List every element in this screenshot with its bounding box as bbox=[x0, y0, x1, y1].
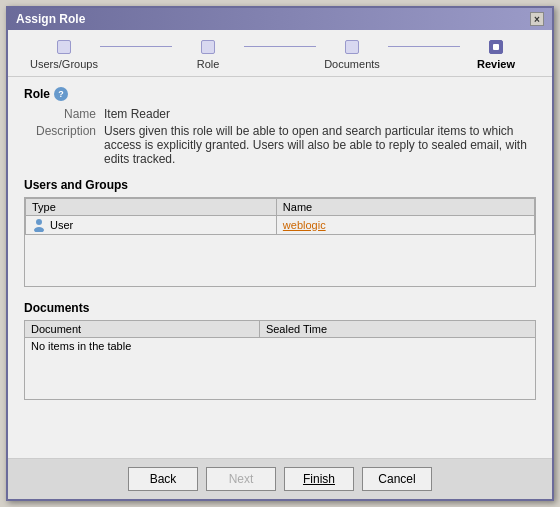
wizard-steps: Users/Groups Role Documents Review bbox=[8, 30, 552, 77]
role-name-value: Item Reader bbox=[104, 107, 536, 121]
step-role: Role bbox=[172, 40, 244, 70]
step-circle-review bbox=[489, 40, 503, 54]
ug-type-cell: User bbox=[26, 216, 277, 235]
svg-point-1 bbox=[34, 227, 44, 232]
footer: Back Next Finish Cancel bbox=[8, 458, 552, 499]
step-label-role: Role bbox=[197, 58, 220, 70]
dialog-title: Assign Role bbox=[16, 12, 85, 26]
step-line-1 bbox=[100, 46, 172, 47]
close-button[interactable]: × bbox=[530, 12, 544, 26]
table-row: User weblogic bbox=[26, 216, 535, 235]
cancel-button[interactable]: Cancel bbox=[362, 467, 432, 491]
doc-col-document: Document bbox=[25, 321, 259, 338]
users-groups-title: Users and Groups bbox=[24, 178, 536, 192]
title-bar: Assign Role × bbox=[8, 8, 552, 30]
doc-col-sealed-time: Sealed Time bbox=[259, 321, 535, 338]
ug-col-type: Type bbox=[26, 199, 277, 216]
step-circle-users-groups bbox=[57, 40, 71, 54]
role-description-row: Description Users given this role will b… bbox=[24, 124, 536, 166]
step-circle-role bbox=[201, 40, 215, 54]
main-content: Role ? Name Item Reader Description User… bbox=[8, 77, 552, 458]
user-link[interactable]: weblogic bbox=[283, 219, 326, 231]
documents-title: Documents bbox=[24, 301, 536, 315]
step-users-groups: Users/Groups bbox=[28, 40, 100, 70]
back-button[interactable]: Back bbox=[128, 467, 198, 491]
role-detail: Name Item Reader Description Users given… bbox=[24, 107, 536, 166]
help-icon[interactable]: ? bbox=[54, 87, 68, 101]
role-name-row: Name Item Reader bbox=[24, 107, 536, 121]
ug-name-cell: weblogic bbox=[276, 216, 534, 235]
finish-button[interactable]: Finish bbox=[284, 467, 354, 491]
role-name-label: Name bbox=[24, 107, 104, 121]
no-items-cell: No items in the table bbox=[25, 338, 535, 355]
no-items-row: No items in the table bbox=[25, 338, 535, 355]
step-label-review: Review bbox=[477, 58, 515, 70]
assign-role-dialog: Assign Role × Users/Groups Role Document… bbox=[6, 6, 554, 501]
step-label-documents: Documents bbox=[324, 58, 380, 70]
users-groups-table: Type Name User bbox=[25, 198, 535, 235]
role-description-value: Users given this role will be able to op… bbox=[104, 124, 536, 166]
documents-table: Document Sealed Time No items in the tab… bbox=[25, 321, 535, 354]
step-line-3 bbox=[388, 46, 460, 47]
documents-table-container: Document Sealed Time No items in the tab… bbox=[24, 320, 536, 400]
step-label-users-groups: Users/Groups bbox=[30, 58, 98, 70]
step-documents: Documents bbox=[316, 40, 388, 70]
user-icon bbox=[32, 218, 46, 232]
step-review: Review bbox=[460, 40, 532, 70]
role-section-title: Role ? bbox=[24, 87, 536, 101]
ug-col-name: Name bbox=[276, 199, 534, 216]
users-groups-table-container: Type Name User bbox=[24, 197, 536, 287]
step-line-2 bbox=[244, 46, 316, 47]
svg-point-0 bbox=[36, 219, 42, 225]
next-button[interactable]: Next bbox=[206, 467, 276, 491]
role-description-label: Description bbox=[24, 124, 104, 166]
step-circle-documents bbox=[345, 40, 359, 54]
finish-label: Finish bbox=[303, 472, 335, 486]
